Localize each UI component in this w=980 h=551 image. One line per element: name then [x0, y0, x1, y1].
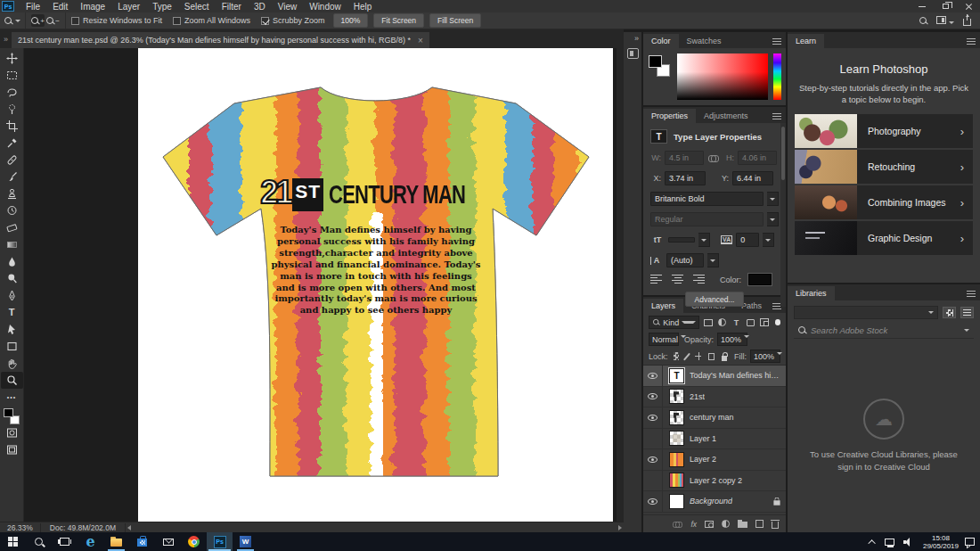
task-view-button[interactable]: [52, 532, 78, 551]
taskbar-clock[interactable]: 15:08 29/05/2019: [917, 534, 965, 550]
fill-field[interactable]: 100%: [750, 350, 780, 363]
advanced-button[interactable]: Advanced...: [685, 292, 745, 307]
tool-dodge[interactable]: [1, 270, 23, 287]
tool-rectangular-marquee[interactable]: [1, 67, 23, 84]
edge-button[interactable]: e: [78, 532, 103, 551]
visibility-toggle[interactable]: [643, 491, 663, 512]
adobe-stock-search[interactable]: Search Adobe Stock: [794, 323, 974, 339]
menu-window[interactable]: Window: [303, 2, 347, 12]
layer-row-century-man[interactable]: century man: [643, 407, 786, 429]
layer-effects-icon[interactable]: fx: [690, 520, 697, 529]
lock-artboard-icon[interactable]: [708, 353, 715, 360]
y-position-field[interactable]: 6.44 in: [732, 171, 773, 185]
document-canvas[interactable]: 21STCENTURY MAN Today's Man defines hims…: [138, 48, 613, 522]
tool-lasso[interactable]: [1, 84, 23, 101]
panel-menu-icon[interactable]: [967, 291, 976, 297]
tool-move[interactable]: [1, 50, 23, 67]
tool-pen[interactable]: [1, 287, 23, 304]
menu-file[interactable]: File: [20, 2, 46, 12]
chrome-button[interactable]: [181, 532, 207, 551]
tool-history-brush[interactable]: [1, 202, 23, 219]
network-button[interactable]: [880, 532, 899, 551]
lock-all-icon[interactable]: [722, 356, 727, 361]
workspace-switcher[interactable]: [936, 16, 954, 26]
collapsed-history-panel-icon[interactable]: [627, 48, 639, 59]
leading-dropdown-button[interactable]: [707, 253, 719, 267]
search-icon[interactable]: [919, 17, 927, 25]
tab-libraries[interactable]: Libraries: [788, 286, 835, 300]
x-position-field[interactable]: 3.74 in: [665, 171, 706, 185]
tool-preset[interactable]: [0, 12, 26, 29]
canvas-vertical-scrollbar[interactable]: [617, 48, 624, 522]
font-family-dropdown-button[interactable]: [767, 192, 779, 206]
menu-view[interactable]: View: [272, 2, 304, 12]
scroll-right-icon[interactable]: [618, 525, 622, 530]
fit-screen-button[interactable]: Fit Screen: [373, 13, 424, 28]
tool-quick-selection[interactable]: [1, 101, 23, 118]
tab-color[interactable]: Color: [643, 34, 679, 48]
tab-learn[interactable]: Learn: [788, 34, 824, 48]
quick-mask-button[interactable]: [1, 424, 23, 441]
library-select[interactable]: [794, 306, 938, 319]
tab-overflow-icon[interactable]: »: [0, 35, 12, 48]
fill-screen-button[interactable]: Fill Screen: [429, 13, 481, 28]
panel-menu-icon[interactable]: [772, 113, 781, 119]
tracking-field[interactable]: 0: [736, 233, 759, 247]
tool-horizontal-type[interactable]: T: [1, 304, 23, 321]
panel-menu-icon[interactable]: [967, 38, 976, 45]
font-style-select[interactable]: Regular: [650, 212, 764, 226]
layer-row-background[interactable]: Background: [643, 491, 786, 513]
foreground-color-swatch[interactable]: [4, 408, 13, 417]
expand-panels-icon[interactable]: »: [634, 34, 641, 43]
store-button[interactable]: [129, 532, 155, 551]
action-center-icon[interactable]: [965, 538, 975, 546]
document-tab[interactable]: 21st century man tee.psd @ 26.3% (Today'…: [12, 32, 429, 48]
foreground-color-swatch[interactable]: [649, 55, 662, 68]
resize-windows-checkbox[interactable]: Resize Windows to Fit: [71, 16, 162, 25]
align-center-icon[interactable]: [672, 275, 683, 284]
scroll-left-icon[interactable]: [127, 525, 131, 530]
layer-row-layer1[interactable]: Layer 1: [643, 429, 786, 450]
visibility-toggle[interactable]: [643, 429, 663, 449]
list-view-button[interactable]: [960, 307, 974, 318]
delete-layer-icon[interactable]: [772, 522, 779, 529]
tray-expand-button[interactable]: [866, 532, 880, 551]
font-style-dropdown-button[interactable]: [767, 212, 779, 226]
lock-pixels-icon[interactable]: [683, 352, 690, 360]
font-family-select[interactable]: Britannic Bold: [650, 192, 764, 206]
filter-pixel-layers-icon[interactable]: [702, 317, 714, 328]
font-size-field[interactable]: [668, 237, 695, 243]
menu-image[interactable]: Image: [74, 2, 111, 12]
restore-button[interactable]: [934, 0, 957, 12]
status-zoom-level[interactable]: 26.33%: [0, 523, 40, 532]
zoom-100-button[interactable]: 100%: [333, 13, 369, 28]
volume-button[interactable]: [899, 532, 917, 551]
tool-gradient[interactable]: [1, 236, 23, 253]
close-button[interactable]: [957, 0, 980, 12]
status-doc-sizes[interactable]: Doc: 49.8M/202.0M: [40, 523, 126, 532]
tool-zoom[interactable]: [1, 372, 23, 389]
zoom-out-button[interactable]: −: [46, 14, 60, 27]
menu-select[interactable]: Select: [178, 2, 216, 12]
filter-toggle-icon[interactable]: [775, 319, 780, 325]
filter-adjustment-layers-icon[interactable]: [716, 317, 728, 328]
color-gradient-field[interactable]: [677, 53, 768, 100]
font-size-dropdown-button[interactable]: [698, 233, 710, 247]
opacity-field[interactable]: 100%: [717, 333, 747, 346]
layer-row-type[interactable]: T Today's Man defines himself by havi...: [643, 366, 786, 387]
menu-layer[interactable]: Layer: [111, 2, 146, 12]
word-button[interactable]: W: [233, 532, 258, 551]
lock-transparency-icon[interactable]: [674, 352, 680, 360]
foreground-background-colors[interactable]: [3, 408, 20, 424]
start-button[interactable]: [0, 532, 26, 551]
tool-rectangle[interactable]: [1, 338, 23, 355]
filter-smart-objects-icon[interactable]: [759, 317, 771, 328]
file-explorer-button[interactable]: [103, 532, 129, 551]
link-layers-icon[interactable]: [673, 522, 682, 527]
zoom-in-button[interactable]: +: [31, 14, 45, 27]
tool-hand[interactable]: [1, 355, 23, 372]
edit-toolbar-button[interactable]: •••: [1, 389, 23, 406]
tool-spot-healing-brush[interactable]: [1, 152, 23, 169]
layer-row-layer2-copy2[interactable]: Layer 2 copy 2: [643, 471, 786, 492]
hue-slider[interactable]: [773, 53, 781, 100]
